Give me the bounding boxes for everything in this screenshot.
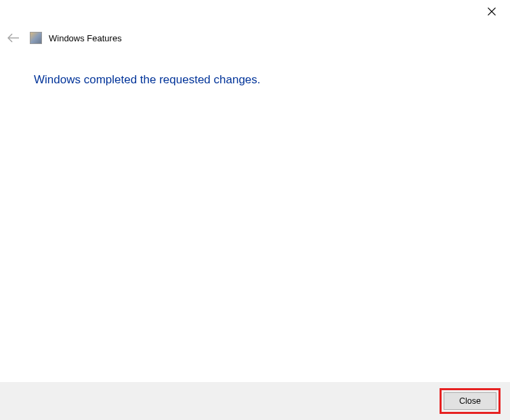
close-button-highlight: Close <box>440 388 501 414</box>
window-close-button[interactable] <box>476 1 507 22</box>
status-message: Windows completed the requested changes. <box>34 73 261 87</box>
footer-bar: Close <box>0 382 510 420</box>
windows-features-icon <box>30 32 42 44</box>
dialog-title: Windows Features <box>49 33 122 43</box>
back-arrow-icon <box>7 33 20 43</box>
close-icon <box>488 7 496 16</box>
dialog-header: Windows Features <box>7 31 122 45</box>
titlebar <box>476 0 510 22</box>
close-button[interactable]: Close <box>444 392 496 410</box>
back-button[interactable] <box>7 31 20 45</box>
